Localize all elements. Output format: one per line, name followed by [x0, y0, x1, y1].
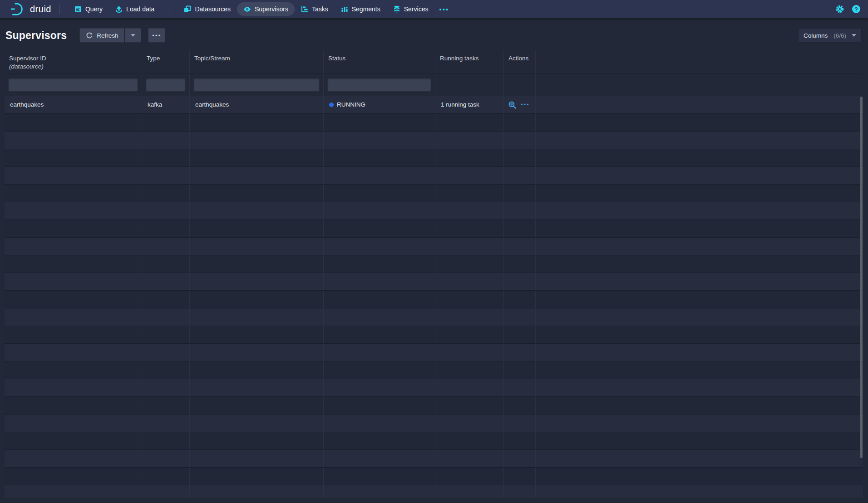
table-row-empty [5, 114, 863, 132]
toolbar-more-button[interactable]: ••• [148, 28, 165, 43]
nav-item-datasources[interactable]: Datasources [178, 2, 237, 16]
column-header-label: Supervisor ID [9, 55, 46, 62]
nav-item-label: Segments [352, 5, 380, 13]
table-row-empty [5, 185, 863, 202]
column-header-label: Running tasks [440, 55, 479, 62]
topic-stream-filter-input[interactable] [193, 78, 320, 92]
cell-running-tasks: 1 running task [435, 96, 504, 113]
table-row-empty [5, 167, 863, 185]
refresh-button-group: Refresh [79, 28, 141, 43]
eye-icon [243, 5, 251, 13]
gear-icon[interactable] [835, 5, 844, 14]
table-row-empty [5, 361, 863, 379]
nav-item-query[interactable]: Query [68, 2, 109, 16]
table-row-empty [5, 485, 863, 498]
columns-count: (6/6) [833, 32, 846, 39]
status-filter-input[interactable] [327, 78, 431, 92]
database-icon [393, 5, 400, 13]
filter-cell [504, 74, 536, 96]
table-row-empty [5, 220, 863, 238]
filter-cell [435, 74, 504, 96]
nav-item-segments[interactable]: Segments [335, 2, 387, 16]
column-header-running-tasks[interactable]: Running tasks [435, 50, 504, 73]
column-header-sublabel: (datasource) [9, 63, 137, 71]
table-row-empty [5, 308, 863, 326]
status-running-dot-icon [329, 103, 334, 107]
column-header-supervisor-id[interactable]: Supervisor ID (datasource) [5, 50, 142, 73]
table-row-empty [5, 379, 863, 397]
table-row-empty [5, 397, 863, 415]
table-row-empty [5, 450, 863, 468]
nav-item-label: Tasks [312, 5, 328, 13]
column-header-status[interactable]: Status [324, 50, 435, 73]
cell-supervisor-id: earthquakes [5, 96, 142, 113]
nav-item-services[interactable]: Services [387, 2, 435, 16]
column-header-label: Type [147, 55, 160, 62]
column-header-type[interactable]: Type [142, 50, 190, 73]
nav-item-load-data[interactable]: Load data [109, 2, 161, 16]
filter-cell [142, 74, 190, 96]
table-row-empty [5, 326, 863, 344]
cell-type: kafka [142, 96, 190, 113]
stacked-panels-icon [184, 5, 191, 13]
filter-cell [324, 74, 435, 96]
type-filter-input[interactable] [146, 78, 186, 92]
table-row-empty [5, 255, 863, 273]
cell-status: RUNNING [324, 96, 435, 113]
table-row-empty [5, 468, 863, 485]
cell-topic-stream: earthquakes [190, 96, 324, 113]
supervisors-table: Supervisor ID (datasource) Type Topic/St… [5, 50, 863, 498]
nav-more-button[interactable]: ••• [434, 5, 454, 13]
app-list-icon [74, 5, 82, 13]
table-row-empty [5, 291, 863, 308]
nav-item-tasks[interactable]: Tasks [295, 2, 335, 16]
table-row-empty [5, 415, 863, 432]
column-header-label: Actions [508, 55, 528, 62]
filter-cell [190, 74, 324, 96]
help-icon[interactable]: ? [852, 5, 861, 14]
row-more-actions-button[interactable]: ••• [521, 96, 530, 113]
table-row-empty [5, 273, 863, 291]
refresh-button[interactable]: Refresh [79, 28, 124, 43]
toolbar: Supervisors Refresh ••• Columns (6/6) [0, 21, 868, 50]
svg-text:?: ? [854, 6, 858, 13]
nav-item-label: Datasources [195, 5, 231, 13]
supervisor-id-filter-input[interactable] [8, 78, 138, 92]
column-header-label: Topic/Stream [194, 55, 230, 62]
columns-dropdown-button[interactable]: Columns (6/6) [798, 28, 862, 43]
bar-chart-icon [341, 5, 348, 13]
column-header-label: Status [328, 55, 345, 62]
druid-logo[interactable]: druid [10, 1, 51, 17]
nav-divider [59, 5, 60, 14]
druid-logo-icon [10, 1, 26, 17]
druid-logo-text: druid [30, 4, 51, 15]
column-header-actions[interactable]: Actions [504, 50, 536, 73]
table-row-earthquakes: earthquakes kafka earthquakes RUNNING 1 … [5, 96, 863, 114]
table-row-empty [5, 432, 863, 450]
chevron-down-icon [852, 34, 856, 37]
column-header-filler [536, 50, 863, 73]
nav-item-supervisors[interactable]: Supervisors [237, 2, 295, 16]
table-row-empty [5, 238, 863, 255]
table-row-empty [5, 344, 863, 361]
table-header-row: Supervisor ID (datasource) Type Topic/St… [5, 50, 863, 74]
gantt-chart-icon [301, 5, 308, 13]
upload-icon [115, 5, 123, 13]
refresh-interval-dropdown-button[interactable] [125, 28, 141, 43]
filter-cell-filler [536, 74, 863, 96]
magnifier-detail-icon[interactable] [508, 101, 516, 109]
nav-item-label: Query [85, 5, 103, 13]
nav-divider [169, 5, 169, 14]
refresh-button-label: Refresh [97, 32, 118, 39]
vertical-scrollbar-thumb[interactable] [860, 97, 863, 458]
table-filter-row [5, 74, 863, 96]
chevron-down-icon [131, 34, 135, 37]
nav-item-label: Supervisors [255, 5, 288, 13]
status-label: RUNNING [337, 101, 365, 108]
top-nav: druid Query Load data [0, 0, 868, 18]
table-row-empty [5, 202, 863, 220]
table-row-empty [5, 149, 863, 167]
columns-label: Columns [804, 32, 828, 39]
cell-filler [536, 96, 863, 113]
column-header-topic-stream[interactable]: Topic/Stream [190, 50, 324, 73]
